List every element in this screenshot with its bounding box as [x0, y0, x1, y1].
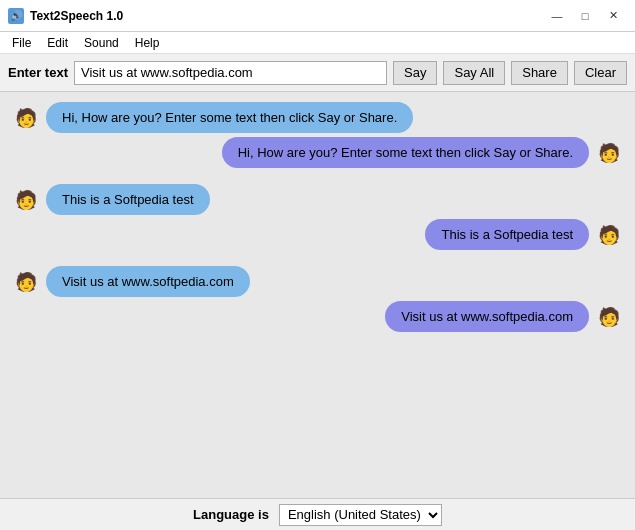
message-group-3: 🧑 Visit us at www.softpedia.com 🧑 Visit …: [12, 266, 623, 332]
message-row: 🧑 This is a Softpedia test: [12, 219, 623, 250]
clear-button[interactable]: Clear: [574, 61, 627, 85]
text-input[interactable]: [74, 61, 387, 85]
menu-bar: File Edit Sound Help: [0, 32, 635, 54]
language-select[interactable]: English (United States): [279, 504, 442, 526]
language-label: Language is: [193, 507, 269, 522]
title-controls: — □ ✕: [543, 6, 627, 26]
title-left: 🔊 Text2Speech 1.0: [8, 8, 123, 24]
message-row: 🧑 Visit us at www.softpedia.com: [12, 266, 623, 297]
message-row: 🧑 This is a Softpedia test: [12, 184, 623, 215]
message-group-1: 🧑 Hi, How are you? Enter some text then …: [12, 102, 623, 168]
chat-area: 🧑 Hi, How are you? Enter some text then …: [0, 92, 635, 498]
bubble-left: Visit us at www.softpedia.com: [46, 266, 250, 297]
app-title: Text2Speech 1.0: [30, 9, 123, 23]
enter-text-label: Enter text: [8, 65, 68, 80]
menu-file[interactable]: File: [4, 34, 39, 52]
menu-sound[interactable]: Sound: [76, 34, 127, 52]
avatar-left: 🧑: [12, 268, 40, 296]
message-row: 🧑 Hi, How are you? Enter some text then …: [12, 102, 623, 133]
say-button[interactable]: Say: [393, 61, 437, 85]
message-row: 🧑 Visit us at www.softpedia.com: [12, 301, 623, 332]
avatar-right: 🧑: [595, 139, 623, 167]
avatar-right: 🧑: [595, 303, 623, 331]
maximize-button[interactable]: □: [571, 6, 599, 26]
app-icon: 🔊: [8, 8, 24, 24]
status-bar: Language is English (United States): [0, 498, 635, 530]
bubble-right: This is a Softpedia test: [425, 219, 589, 250]
toolbar: Enter text Say Say All Share Clear: [0, 54, 635, 92]
bubble-right: Hi, How are you? Enter some text then cl…: [222, 137, 589, 168]
title-bar: 🔊 Text2Speech 1.0 — □ ✕: [0, 0, 635, 32]
bubble-left: Hi, How are you? Enter some text then cl…: [46, 102, 413, 133]
avatar-left: 🧑: [12, 186, 40, 214]
bubble-left: This is a Softpedia test: [46, 184, 210, 215]
menu-edit[interactable]: Edit: [39, 34, 76, 52]
say-all-button[interactable]: Say All: [443, 61, 505, 85]
message-group-2: 🧑 This is a Softpedia test 🧑 This is a S…: [12, 184, 623, 250]
bubble-right: Visit us at www.softpedia.com: [385, 301, 589, 332]
minimize-button[interactable]: —: [543, 6, 571, 26]
message-row: 🧑 Hi, How are you? Enter some text then …: [12, 137, 623, 168]
menu-help[interactable]: Help: [127, 34, 168, 52]
share-button[interactable]: Share: [511, 61, 568, 85]
avatar-left: 🧑: [12, 104, 40, 132]
close-button[interactable]: ✕: [599, 6, 627, 26]
avatar-right: 🧑: [595, 221, 623, 249]
